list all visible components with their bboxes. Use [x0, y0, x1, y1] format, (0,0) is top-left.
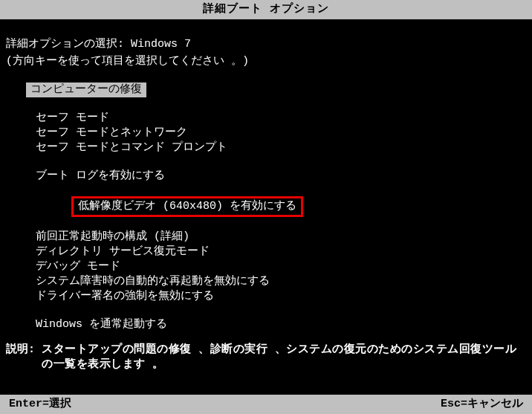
boot-option[interactable]: セーフ モードとコマンド プロンプト	[36, 140, 526, 155]
boot-option[interactable]: システム障害時の自動的な再起動を無効にする	[36, 274, 526, 289]
footer-bar: Enter=選択 Esc=キャンセル	[0, 395, 532, 414]
selected-option[interactable]: コンピューターの修復	[26, 83, 146, 97]
footer-esc: Esc=キャンセル	[441, 397, 523, 412]
boot-option[interactable]: ディレクトリ サービス復元モード	[36, 245, 526, 259]
footer-enter: Enter=選択	[9, 397, 71, 412]
description-label: 説明:	[6, 343, 42, 373]
boot-option[interactable]: セーフ モードとネットワーク	[36, 126, 526, 140]
boot-option[interactable]: ブート ログを有効にする	[36, 169, 526, 184]
prompt-line: 詳細オプションの選択: Windows 7	[6, 37, 526, 52]
boot-option[interactable]: 前回正常起動時の構成 (詳細)	[36, 230, 526, 245]
boot-option[interactable]: セーフ モード	[36, 111, 526, 126]
hint-line: (方向キーを使って項目を選択してください 。)	[6, 54, 526, 69]
selected-option-row: コンピューターの修復	[6, 83, 526, 97]
boot-option-highlighted[interactable]: 低解像度ビデオ (640x480) を有効にする	[36, 184, 526, 230]
description-text: スタートアップの問題の修復 、診断の実行 、システムの復元のためのシステム回復ツ…	[42, 343, 526, 373]
title-text: 詳細ブート オプション	[203, 3, 329, 16]
content-area: 詳細オプションの選択: Windows 7 (方向キーを使って項目を選択してくだ…	[0, 19, 532, 332]
boot-option[interactable]: ドライバー署名の強制を無効にする	[36, 289, 526, 304]
title-bar: 詳細ブート オプション	[0, 0, 532, 19]
highlight-box: 低解像度ビデオ (640x480) を有効にする	[71, 196, 303, 217]
option-list: セーフ モード セーフ モードとネットワーク セーフ モードとコマンド プロンプ…	[6, 111, 526, 332]
description-block: 説明: スタートアップの問題の修復 、診断の実行 、システムの復元のためのシステ…	[0, 343, 532, 373]
boot-option[interactable]: Windows を通常起動する	[36, 317, 526, 332]
boot-option[interactable]: デバッグ モード	[36, 259, 526, 274]
